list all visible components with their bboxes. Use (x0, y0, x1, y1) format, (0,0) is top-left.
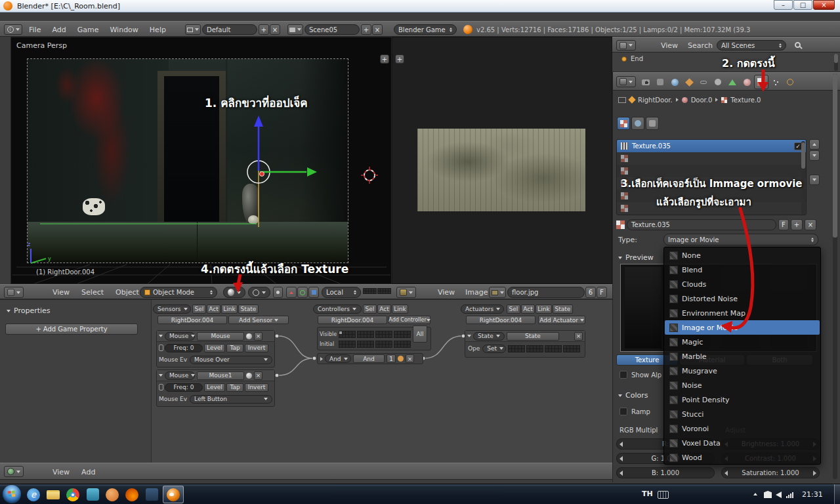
actuators-link-toggle[interactable]: Link (536, 304, 552, 314)
manipulator-scale-toggle[interactable] (308, 287, 319, 298)
app-icon-4[interactable] (84, 486, 101, 503)
texture-type-option[interactable]: Stucci (665, 407, 820, 421)
preview-panel-header[interactable]: Preview (618, 253, 654, 262)
layout-add-button[interactable]: + (259, 24, 269, 35)
texture-slot-empty[interactable] (617, 152, 806, 165)
scene-delete-button[interactable]: × (372, 24, 383, 35)
slot-list-scrollbar[interactable] (801, 142, 805, 169)
controller-and-block[interactable]: And And 1 × (317, 353, 423, 364)
menu-help[interactable]: Help (150, 26, 166, 34)
outliner-item-end[interactable]: End (621, 55, 643, 62)
viewport-3d[interactable]: z y Camera Persp (1) RightDoor.004 + (10, 37, 392, 284)
mouse-event-selector[interactable]: Left Button (190, 395, 272, 404)
b-slider[interactable]: B: 1.000 (616, 467, 715, 478)
tap-toggle[interactable]: Tap (226, 344, 243, 352)
manipulator-translate-toggle[interactable] (286, 287, 297, 298)
texture-type-option[interactable]: Marble (665, 349, 820, 364)
add-actuator-button[interactable]: Add Actuator (538, 316, 585, 324)
media-player-icon[interactable] (104, 486, 121, 503)
collapse-icon[interactable] (159, 374, 163, 377)
viewport-menu-select[interactable]: Select (81, 288, 104, 297)
uv-menu-view[interactable]: View (438, 288, 455, 297)
menu-file[interactable]: File (29, 26, 41, 34)
sensor-type-selector[interactable]: Mouse (165, 332, 195, 341)
menu-window[interactable]: Window (110, 26, 138, 34)
app-icon-7[interactable] (143, 486, 160, 503)
scene-browse-button[interactable] (287, 24, 303, 35)
layout-delete-button[interactable]: × (270, 24, 280, 35)
pivot-align-toggle[interactable] (273, 287, 283, 298)
saturation-slider[interactable]: Saturation: 1.000 (721, 467, 820, 478)
start-button[interactable] (3, 485, 21, 503)
close-button[interactable]: × (813, 0, 835, 10)
actuators-sel-toggle[interactable]: Sel (507, 304, 520, 314)
uv-menu-image[interactable]: Image (465, 288, 488, 297)
breadcrumb-texture[interactable]: Texture.0 (730, 96, 761, 104)
invert-toggle[interactable]: Invert (245, 383, 268, 392)
delete-actuator-button[interactable]: × (574, 332, 583, 341)
sensor-freq-slider[interactable]: Freq: 0 (165, 344, 203, 352)
texture-type-option[interactable]: Blend (665, 262, 820, 277)
network-icon[interactable] (786, 492, 793, 498)
operation-selector[interactable]: Set (482, 345, 506, 353)
keyboard-icon[interactable] (658, 491, 669, 499)
maximize-button[interactable]: □ (793, 0, 812, 10)
visible-states-grid[interactable] (394, 331, 410, 337)
tab-object[interactable] (682, 75, 696, 89)
viewport-menu-object[interactable]: Object (116, 288, 139, 297)
outliner-menu-search[interactable]: Search (688, 41, 713, 50)
sensors-filter-selector[interactable]: Sensors (153, 304, 191, 314)
texture-type-option[interactable]: Voxel Data (665, 436, 820, 450)
tab-physics[interactable] (783, 75, 797, 89)
colors-panel-header[interactable]: Colors (618, 391, 648, 400)
tab-texture[interactable] (754, 75, 768, 89)
tap-toggle[interactable]: Tap (226, 383, 243, 392)
tab-render[interactable] (639, 75, 653, 89)
texture-type-option[interactable]: Wood (665, 450, 820, 465)
window-titlebar[interactable]: Blender* [E:\C\_Room.blend] – □ × (0, 0, 840, 12)
controller-name-field[interactable]: And (353, 354, 385, 363)
sensors-link-toggle[interactable]: Link (221, 304, 238, 314)
texture-type-option[interactable]: Musgrave (665, 364, 820, 378)
initial-states-grid[interactable] (358, 341, 373, 347)
delete-sensor-button[interactable]: × (254, 332, 262, 341)
delete-sensor-button[interactable]: × (254, 371, 262, 380)
region-expand-button[interactable]: + (395, 54, 404, 64)
tab-material[interactable] (740, 75, 754, 89)
clock[interactable]: 21:31 (802, 490, 823, 499)
delete-controller-button[interactable]: × (406, 354, 414, 363)
layout-browse-button[interactable] (185, 24, 201, 35)
logic-editor[interactable]: Properties +Add Game Property Sensors Se… (0, 299, 612, 463)
texture-type-option[interactable]: None (665, 248, 820, 262)
actuator-states-grid[interactable] (527, 346, 543, 352)
sensor-name-field[interactable]: Mouse (197, 332, 244, 341)
slot-move-down-button[interactable] (809, 150, 820, 161)
sensor-type-selector[interactable]: Mouse (165, 371, 195, 380)
ramp-checkbox[interactable] (620, 408, 627, 415)
controllers-link-toggle[interactable]: Link (392, 304, 408, 314)
collapse-icon[interactable] (159, 335, 163, 337)
timeline-menu-view[interactable]: View (52, 468, 70, 476)
scene-name-field[interactable]: Scene05 (304, 24, 360, 35)
expand-icon[interactable] (320, 357, 323, 361)
texture-type-option[interactable]: Voronoi (665, 421, 820, 436)
sensor-name-field[interactable]: Mouse1 (197, 371, 244, 380)
show-alpha-checkbox[interactable] (620, 371, 627, 379)
properties-editor-type-button[interactable] (616, 76, 636, 87)
outliner-editor-type-button[interactable] (616, 40, 636, 51)
actuators-state-toggle[interactable]: State (553, 304, 573, 314)
viewport-menu-view[interactable]: View (52, 288, 70, 297)
texture-context-material-button[interactable] (617, 117, 630, 130)
explorer-folder-icon[interactable] (45, 486, 62, 503)
tab-world[interactable] (667, 75, 682, 89)
editor-type-selector[interactable]: i (4, 24, 22, 35)
orientation-selector[interactable]: Local (322, 287, 361, 298)
actuators-filter-selector[interactable]: Actuators (461, 304, 504, 314)
engine-selector[interactable]: Blender Game (394, 24, 457, 35)
slot-move-up-button[interactable] (809, 139, 820, 150)
layers-widget[interactable] (364, 289, 390, 293)
floor-texture-image[interactable] (417, 129, 585, 211)
sensors-state-toggle[interactable]: State (238, 304, 259, 314)
level-toggle[interactable]: Level (204, 383, 225, 392)
pulse-icon[interactable] (159, 345, 163, 351)
